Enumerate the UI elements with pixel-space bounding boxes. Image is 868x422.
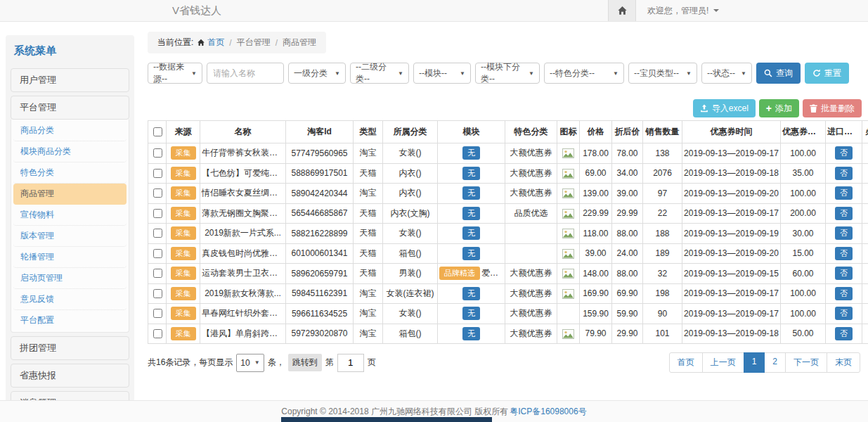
search-button[interactable]: 查询 [756,63,801,84]
import-select-badge[interactable]: 否 [835,307,853,320]
row-checkbox[interactable] [153,209,162,218]
import-select-badge[interactable]: 否 [835,327,853,340]
import-select-badge[interactable]: 否 [835,186,853,200]
sidebar-item-平台配置[interactable]: 平台配置 [13,310,127,331]
import-select-badge[interactable]: 否 [835,287,853,300]
filter-bar: --数据来源--▼ 一级分类▼--二级分类--▼--模块--▼--模块下分类--… [148,63,862,84]
module-badge: 无 [462,307,480,320]
sidebar-group-拼团管理[interactable]: 拼团管理 [11,336,129,360]
feature-category: 大额优惠券 [505,143,557,164]
filter-select-二级分类[interactable]: --二级分类--▼ [350,63,409,84]
column-header-图标: 图标 [557,121,580,143]
product-image-icon [562,249,574,259]
column-header-来源: 来源 [167,121,200,143]
sidebar-group-省惠快报[interactable]: 省惠快报 [11,364,129,388]
user-menu[interactable]: 欢迎您，管理员! [636,0,868,21]
sidebar-item-商品管理[interactable]: 商品管理 [13,184,127,205]
import-select-badge[interactable]: 否 [835,267,853,280]
sidebar-item-商品分类[interactable]: 商品分类 [13,120,127,141]
pager-下一页[interactable]: 下一页 [785,352,827,373]
sidebar-item-启动页管理[interactable]: 启动页管理 [13,268,127,289]
row-checkbox[interactable] [153,169,162,178]
module-cell: 无 [438,304,505,324]
product-category: 内衣(文胸) [383,203,438,224]
discount-price: 29.99 [612,203,643,224]
price: 39.00 [580,243,612,264]
thumbnail-cell [557,264,580,284]
batch-delete-button[interactable]: 批量删除 [803,99,862,117]
column-header-模块: 模块 [438,121,505,143]
price: 148.00 [580,264,612,284]
sales-count: 90 [643,304,682,324]
breadcrumb-item-首页[interactable]: 首页 [207,37,224,49]
price: 69.00 [580,163,612,184]
jump-button[interactable]: 跳转到 [288,354,322,371]
source-badge: 采集 [171,307,196,320]
coupon-time: 2019-09-13—2019-09-18 [682,163,781,184]
filter-select-数据来源[interactable]: --数据来源--▼ [148,63,202,84]
sidebar-item-宣传物料[interactable]: 宣传物料 [13,205,127,226]
name-search-input[interactable] [207,63,284,84]
column-header-价格: 价格 [580,121,612,143]
row-checkbox[interactable] [153,309,162,318]
row-checkbox[interactable] [153,188,162,198]
row-checkbox[interactable] [153,269,162,278]
row-checkbox[interactable] [153,229,162,238]
pager-上一页[interactable]: 上一页 [702,352,744,373]
product-category: 女装(连衣裙) [383,283,438,304]
row-checkbox[interactable] [153,249,162,258]
discount-price: 29.90 [612,324,643,344]
breadcrumb-separator: / [276,38,278,48]
main-content: 当前位置: 首页/平台管理/商品管理 --数据来源--▼ 一级分类▼--二级分类… [148,32,862,373]
sidebar-item-版本管理[interactable]: 版本管理 [13,226,127,247]
filter-select-状态[interactable]: --状态--▼ [701,63,752,84]
add-button[interactable]: + 添加 [759,99,799,117]
import-select-badge[interactable]: 否 [835,226,853,240]
reset-button[interactable]: 重置 [805,63,849,84]
sidebar-item-特色分类[interactable]: 特色分类 [13,162,127,184]
table-row: 采集 情侣睡衣女夏丝绸男士... 589042420344 淘宝 内衣() 无 … [148,184,868,204]
module-badge: 无 [462,247,480,260]
sidebar-item-轮播管理[interactable]: 轮播管理 [13,247,127,268]
per-page-select[interactable]: 10 ▼ [236,354,264,372]
sales-count: 32 [643,264,682,284]
page-jump-input[interactable] [337,354,364,372]
chevron-down-icon: ▼ [741,70,746,77]
pager-2[interactable]: 2 [764,352,786,373]
table-row: 采集 运动套装男士卫衣初秋... 589620659791 天猫 男装() 品牌… [148,264,868,284]
filter-select-一级分类[interactable]: 一级分类▼ [288,63,346,84]
home-button[interactable] [608,0,636,21]
filter-select-模块[interactable]: --模块--▼ [413,63,471,84]
coupon-time: 2019-09-13—2019-09-17 [682,143,781,164]
import-select-badge[interactable]: 否 [835,247,853,260]
sidebar-menu: 用户管理平台管理商品分类模块商品分类特色分类商品管理宣传物料版本管理轮播管理启动… [11,68,129,402]
filter-select-宝贝类型[interactable]: --宝贝类型--▼ [628,63,697,84]
product-category: 箱包() [383,243,438,264]
pager-末页[interactable]: 末页 [827,352,860,373]
import-select-badge[interactable]: 否 [835,167,853,180]
feature-category [505,224,557,244]
import-select-badge[interactable]: 否 [835,207,853,220]
coupon-time: 2019-09-13—2019-09-15 [682,264,781,284]
discount-price: 34.00 [612,163,643,184]
icp-link[interactable]: 粤ICP备16098006号 [510,406,586,418]
select-all-checkbox[interactable] [153,127,162,136]
filter-select-模块下分类[interactable]: --模块下分类--▼ [475,63,540,84]
import-excel-button[interactable]: 导入excel [693,99,756,117]
column-header-必买清单: 必买清单 [862,121,868,143]
sidebar-item-模块商品分类[interactable]: 模块商品分类 [13,141,127,162]
row-checkbox[interactable] [153,289,162,298]
row-checkbox[interactable] [153,329,162,338]
sidebar-group-平台管理[interactable]: 平台管理 [11,96,129,120]
sidebar-group-用户管理[interactable]: 用户管理 [11,68,129,92]
row-checkbox[interactable] [153,148,162,158]
discount-price: 39.00 [612,184,643,204]
table-row: 采集 真皮钱包时尚优雅女士... 601000601341 天猫 箱包() 无 … [148,243,868,264]
column-header-折后价: 折后价 [612,121,643,143]
import-select-badge[interactable]: 否 [835,146,853,160]
feature-category: 大额优惠券 [505,163,557,184]
pager-首页[interactable]: 首页 [669,352,703,373]
pager-1[interactable]: 1 [744,352,765,373]
sidebar-item-意见反馈[interactable]: 意见反馈 [13,289,127,310]
filter-select-特色分类[interactable]: --特色分类--▼ [544,63,624,84]
